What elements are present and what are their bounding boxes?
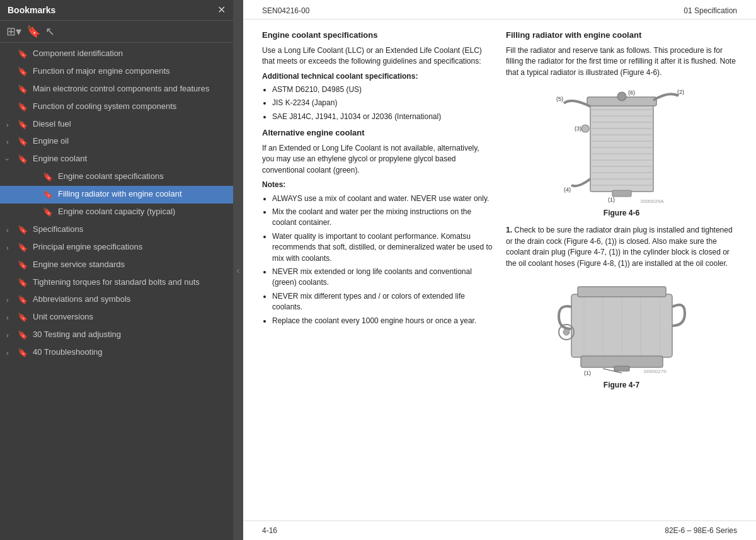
figure-4-6: (1) (2) (5) (3) (4) (6): [506, 84, 737, 219]
bookmark-label-abbreviations: Abbreviations and symbols: [33, 294, 227, 305]
bookmark-icon-troubleshooting: 🔖: [18, 347, 29, 359]
bookmark-item-unit-conversions[interactable]: ›🔖Unit conversions: [0, 309, 233, 326]
bookmark-item-component-id[interactable]: 🔖Component identification: [0, 45, 233, 63]
svg-text:(4): (4): [564, 187, 571, 193]
svg-text:(1): (1): [584, 370, 591, 376]
bookmark-item-engine-oil[interactable]: ›🔖Engine oil: [0, 133, 233, 151]
toggle-icon-engine-coolant[interactable]: ›: [6, 154, 16, 164]
figure-4-7-svg: (1) 00000270: [553, 275, 691, 376]
bookmark-label-specifications: Specifications: [33, 224, 227, 235]
toggle-icon-component-id: [6, 49, 16, 59]
page-footer: 4-16 82E-6 – 98E-6 Series: [243, 520, 756, 540]
svg-rect-15: [612, 190, 631, 197]
toggle-icon-specifications[interactable]: ›: [6, 224, 16, 234]
page-content: Engine coolant specifications Use a Long…: [243, 20, 756, 410]
bookmark-item-engine-service-standards[interactable]: 🔖Engine service standards: [0, 256, 233, 274]
bookmark-label-component-id: Component identification: [33, 49, 227, 59]
page-number: 4-16: [262, 526, 277, 535]
alt-coolant-heading: Alternative engine coolant: [262, 127, 493, 139]
note-item: Water quality is important to coolant pe…: [272, 231, 493, 264]
bookmark-label-testing-adjusting: 30 Testing and adjusting: [33, 330, 227, 340]
figure-4-6-caption: Figure 4-6: [506, 208, 737, 219]
bookmark-icon-unit-conversions: 🔖: [18, 312, 29, 323]
toggle-icon-principal-engine-specs[interactable]: ›: [6, 242, 16, 252]
right-section-heading: Filling radiator with engine coolant: [506, 30, 737, 42]
bookmark-icon[interactable]: 🔖: [26, 25, 40, 38]
bookmark-icon-main-electronic: 🔖: [18, 84, 29, 95]
toggle-icon-diesel-fuel[interactable]: ›: [6, 119, 16, 129]
note-item: Replace the coolant every 1000 engine ho…: [272, 316, 493, 326]
svg-text:(6): (6): [628, 89, 635, 96]
bookmark-icon-diesel-fuel: 🔖: [18, 119, 29, 130]
bookmark-item-main-electronic[interactable]: 🔖Main electronic control components and …: [0, 81, 233, 98]
series-label: 82E-6 – 98E-6 Series: [665, 526, 737, 535]
left-section-heading: Engine coolant specifications: [262, 30, 493, 42]
svg-point-19: [581, 125, 589, 132]
svg-text:0000029A: 0000029A: [641, 198, 664, 204]
bookmarks-title: Bookmarks: [8, 5, 55, 15]
bookmark-item-troubleshooting[interactable]: ›🔖40 Troubleshooting: [0, 344, 233, 362]
bookmarks-panel: Bookmarks ✕ ⊞▾ 🔖 ↖ 🔖Component identifica…: [0, 0, 233, 540]
bookmark-item-engine-coolant[interactable]: ›🔖Engine coolant: [0, 151, 233, 168]
bookmark-label-troubleshooting: 40 Troubleshooting: [33, 347, 227, 358]
bookmark-label-engine-service-standards: Engine service standards: [33, 260, 227, 270]
step1-text: 1. Check to be sure the radiator drain p…: [506, 225, 737, 269]
bookmark-label-diesel-fuel: Diesel fuel: [33, 119, 227, 130]
toggle-icon-function-major: [6, 66, 16, 76]
left-content-section: Engine coolant specifications Use a Long…: [262, 30, 493, 397]
bookmark-label-engine-coolant-specs: Engine coolant specifications: [58, 171, 227, 182]
close-button[interactable]: ✕: [217, 5, 226, 15]
svg-rect-32: [581, 356, 663, 367]
bookmark-item-tightening-torques[interactable]: 🔖Tightening torques for standard bolts a…: [0, 274, 233, 292]
svg-text:00000270: 00000270: [644, 369, 667, 374]
toggle-icon-function-cooling: [6, 101, 16, 112]
bookmark-icon-engine-coolant: 🔖: [18, 154, 29, 165]
bookmark-icon-engine-oil: 🔖: [18, 136, 29, 147]
bookmark-item-function-major[interactable]: 🔖Function of major engine components: [0, 63, 233, 81]
bookmark-item-abbreviations[interactable]: ›🔖Abbreviations and symbols: [0, 291, 233, 309]
left-intro: Use a Long Life Coolant (LLC) or an Exte…: [262, 45, 493, 67]
bookmark-icon-specifications: 🔖: [18, 224, 29, 236]
bookmark-icon-filling-radiator: 🔖: [43, 189, 54, 200]
toggle-icon-engine-oil[interactable]: ›: [6, 136, 16, 146]
panel-divider: ‹: [233, 0, 243, 540]
main-content-panel: SEN04216-00 01 Specification Engine cool…: [243, 0, 756, 540]
svg-text:(5): (5): [556, 96, 563, 102]
toggle-icon-troubleshooting[interactable]: ›: [6, 347, 16, 357]
alt-coolant-text: If an Extended or Long Life Coolant is n…: [262, 143, 493, 176]
bookmark-item-function-cooling[interactable]: 🔖Function of cooling system components: [0, 98, 233, 116]
bookmark-label-main-electronic: Main electronic control components and f…: [33, 84, 227, 95]
page-header: SEN04216-00 01 Specification: [243, 0, 756, 20]
toggle-icon-filling-radiator: [32, 189, 42, 199]
bookmark-item-principal-engine-specs[interactable]: ›🔖Principal engine specifications: [0, 239, 233, 256]
bookmark-label-engine-coolant-capacity: Engine coolant capacity (typical): [58, 207, 227, 217]
bookmark-item-testing-adjusting[interactable]: ›🔖30 Testing and adjusting: [0, 326, 233, 344]
note-item: Mix the coolant and water per the mixing…: [272, 207, 493, 229]
figure-4-6-svg: (1) (2) (5) (3) (4) (6): [553, 84, 691, 204]
bookmark-item-diesel-fuel[interactable]: ›🔖Diesel fuel: [0, 116, 233, 134]
bookmark-icon-function-major: 🔖: [18, 66, 29, 78]
bookmark-label-function-cooling: Function of cooling system components: [33, 101, 227, 112]
toggle-icon-unit-conversions[interactable]: ›: [6, 312, 16, 322]
svg-text:(1): (1): [608, 197, 615, 203]
bookmark-item-engine-coolant-capacity[interactable]: 🔖Engine coolant capacity (typical): [0, 204, 233, 221]
bookmark-item-specifications[interactable]: ›🔖Specifications: [0, 221, 233, 239]
bookmark-item-engine-coolant-specs[interactable]: 🔖Engine coolant specifications: [0, 168, 233, 186]
notes-list: ALWAYS use a mix of coolant and water. N…: [262, 193, 493, 326]
bookmark-icon-testing-adjusting: 🔖: [18, 330, 29, 341]
right-content-section: Filling radiator with engine coolant Fil…: [506, 30, 737, 397]
bookmark-label-principal-engine-specs: Principal engine specifications: [33, 242, 227, 253]
bookmark-icon-function-cooling: 🔖: [18, 101, 29, 113]
grid-icon[interactable]: ⊞▾: [6, 25, 21, 38]
bookmark-item-filling-radiator[interactable]: 🔖Filling radiator with engine coolant: [0, 186, 233, 204]
bookmark-icon-principal-engine-specs: 🔖: [18, 242, 29, 253]
bookmark-icon-engine-service-standards: 🔖: [18, 260, 29, 271]
bookmarks-header: Bookmarks ✕: [0, 0, 233, 21]
toggle-icon-testing-adjusting[interactable]: ›: [6, 330, 16, 340]
toggle-icon-engine-coolant-specs: [32, 171, 42, 181]
note-item: NEVER mix extended or long life coolants…: [272, 267, 493, 289]
toggle-icon-abbreviations[interactable]: ›: [6, 294, 16, 304]
bookmark-icon-abbreviations: 🔖: [18, 294, 29, 306]
bookmark-label-filling-radiator: Filling radiator with engine coolant: [58, 189, 227, 200]
bookmark-label-engine-coolant: Engine coolant: [33, 154, 227, 164]
